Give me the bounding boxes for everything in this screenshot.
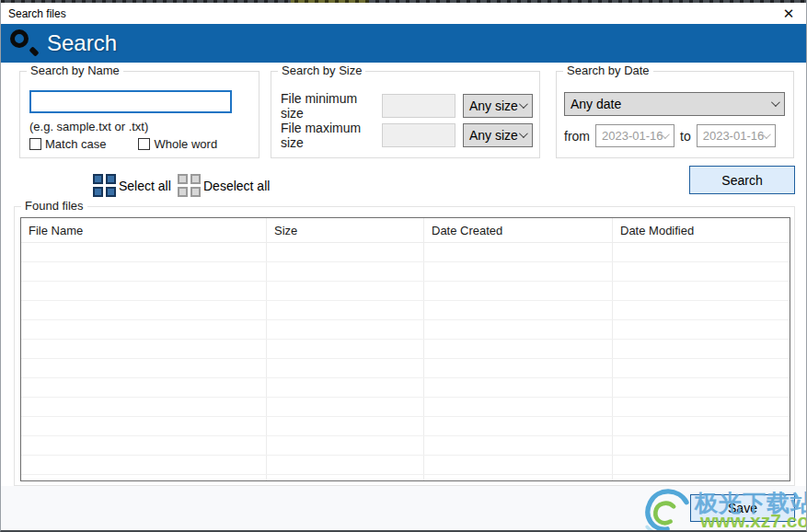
table-cell bbox=[424, 262, 613, 281]
from-date-dropdown[interactable]: 2023-01-16 bbox=[595, 124, 674, 147]
table-cell bbox=[21, 340, 267, 358]
save-button[interactable]: Save bbox=[690, 494, 795, 522]
select-all-icon bbox=[93, 174, 116, 197]
group-label: Found files bbox=[21, 199, 87, 213]
min-size-unit-dropdown[interactable]: Any size bbox=[463, 94, 533, 118]
table-cell bbox=[424, 398, 613, 416]
table-cell bbox=[424, 359, 613, 377]
table-cell bbox=[613, 398, 790, 416]
min-size-label: File minimum size bbox=[281, 91, 382, 121]
table-cell bbox=[267, 301, 424, 319]
checkbox-box[interactable] bbox=[138, 138, 150, 150]
table-cell bbox=[267, 243, 424, 261]
min-size-input[interactable] bbox=[382, 94, 455, 118]
table-cell bbox=[267, 456, 424, 474]
table-cell bbox=[21, 436, 267, 455]
table-cell bbox=[267, 436, 424, 455]
group-search-by-name: Search by Name (e.g. sample.txt or .txt)… bbox=[19, 71, 259, 158]
search-files-dialog: Search files ✕ Search Search by Name (e.… bbox=[0, 0, 807, 532]
deselect-all-icon bbox=[178, 174, 201, 197]
search-banner: Search bbox=[1, 24, 806, 63]
table-cell bbox=[21, 262, 267, 281]
table-cell bbox=[267, 262, 424, 281]
from-label: from bbox=[564, 129, 590, 144]
column-header-date-modified[interactable]: Date Modified bbox=[613, 218, 790, 242]
table-cell bbox=[424, 243, 613, 261]
table-cell bbox=[21, 301, 267, 319]
table-row[interactable] bbox=[21, 475, 790, 481]
table-cell bbox=[424, 378, 613, 397]
date-preset-dropdown[interactable]: Any date bbox=[564, 92, 785, 116]
table-cell bbox=[267, 359, 424, 377]
table-cell bbox=[424, 282, 613, 300]
checkbox-label: Match case bbox=[45, 137, 106, 151]
filename-hint: (e.g. sample.txt or .txt) bbox=[29, 120, 148, 133]
column-header-size[interactable]: Size bbox=[267, 218, 424, 242]
table-cell bbox=[613, 340, 790, 358]
table-row[interactable] bbox=[21, 262, 790, 282]
table-cell bbox=[267, 378, 424, 397]
column-header-file-name[interactable]: File Name bbox=[21, 218, 267, 242]
table-cell bbox=[424, 436, 613, 455]
table-cell bbox=[267, 417, 424, 435]
select-all-button[interactable]: Select all bbox=[93, 174, 171, 197]
table-row[interactable] bbox=[21, 340, 790, 359]
table-row[interactable] bbox=[21, 359, 790, 378]
match-case-checkbox[interactable]: Match case bbox=[29, 137, 106, 151]
footer-zone bbox=[1, 486, 807, 532]
window-title: Search files bbox=[1, 7, 66, 20]
table-cell bbox=[424, 475, 613, 481]
table-row[interactable] bbox=[21, 320, 790, 340]
table-cell bbox=[613, 436, 790, 455]
whole-word-checkbox[interactable]: Whole word bbox=[138, 137, 217, 151]
table-row[interactable] bbox=[21, 398, 790, 417]
table-header-row: File Name Size Date Created Date Modifie… bbox=[21, 218, 790, 243]
table-row[interactable] bbox=[21, 282, 790, 301]
group-search-by-date: Search by Date Any date from 2023-01-16 … bbox=[556, 71, 794, 158]
table-cell bbox=[613, 262, 790, 281]
chevron-down-icon bbox=[519, 129, 528, 138]
chevron-down-icon bbox=[771, 98, 780, 107]
table-cell bbox=[21, 282, 267, 300]
found-files-table[interactable]: File Name Size Date Created Date Modifie… bbox=[20, 217, 790, 481]
table-row[interactable] bbox=[21, 436, 790, 456]
table-cell bbox=[21, 359, 267, 377]
table-cell bbox=[21, 398, 267, 416]
table-cell bbox=[267, 340, 424, 358]
table-cell bbox=[613, 456, 790, 474]
table-row[interactable] bbox=[21, 301, 790, 320]
column-header-date-created[interactable]: Date Created bbox=[424, 218, 613, 242]
table-cell bbox=[21, 378, 267, 397]
chevron-down-icon bbox=[519, 99, 528, 109]
filename-search-input[interactable] bbox=[29, 90, 232, 113]
table-cell bbox=[267, 475, 424, 481]
table-cell bbox=[21, 243, 267, 261]
search-button[interactable]: Search bbox=[689, 166, 795, 194]
table-cell bbox=[613, 282, 790, 300]
close-icon[interactable]: ✕ bbox=[775, 3, 802, 24]
checkbox-label: Whole word bbox=[154, 137, 217, 151]
table-row[interactable] bbox=[21, 417, 790, 436]
max-size-input[interactable] bbox=[382, 123, 455, 147]
table-cell bbox=[613, 301, 790, 319]
table-row[interactable] bbox=[21, 378, 790, 398]
table-cell bbox=[613, 320, 790, 339]
table-cell bbox=[267, 282, 424, 300]
group-label: Search by Date bbox=[563, 64, 653, 77]
table-cell bbox=[424, 320, 613, 339]
max-size-label: File maximum size bbox=[281, 121, 382, 150]
max-size-unit-dropdown[interactable]: Any size bbox=[463, 123, 533, 147]
table-cell bbox=[424, 456, 613, 474]
table-row[interactable] bbox=[21, 243, 790, 262]
table-row[interactable] bbox=[21, 456, 790, 475]
table-cell bbox=[613, 417, 790, 435]
group-label: Search by Size bbox=[278, 64, 365, 77]
table-cell bbox=[21, 456, 267, 474]
titlebar[interactable]: Search files ✕ bbox=[1, 3, 806, 24]
to-date-dropdown[interactable]: 2023-01-16 bbox=[697, 124, 776, 147]
table-cell bbox=[613, 378, 790, 397]
table-cell bbox=[21, 320, 267, 339]
checkbox-box[interactable] bbox=[29, 138, 41, 150]
table-cell bbox=[21, 417, 267, 435]
deselect-all-button[interactable]: Deselect all bbox=[178, 174, 270, 197]
